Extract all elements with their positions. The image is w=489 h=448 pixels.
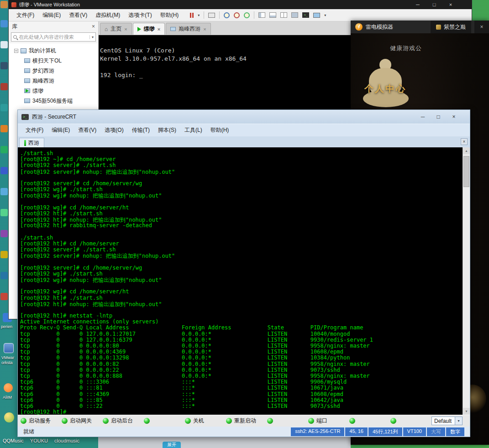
terminal-line: [root@192 server]# ./start.sh <box>20 246 463 252</box>
terminal-line: Active Internet connections (only server… <box>20 318 463 324</box>
ldplayer-titlebar[interactable]: 雷电模拟器 紫禁之巅 × <box>351 21 489 33</box>
session-command-button[interactable] <box>267 418 308 424</box>
monitor-dropdown-icon[interactable]: ▾ <box>324 13 326 17</box>
session-command-button[interactable]: 关机 <box>185 417 226 425</box>
terminal-line: tcp 0 0 127.0.0.1:6379 0.0.0.0:* LISTEN … <box>20 337 463 343</box>
ldplayer-instance-tab[interactable]: 紫禁之巅 <box>431 21 471 33</box>
menu-item[interactable]: 文件(F) <box>12 9 38 21</box>
desktop-shortcut-icon[interactable] <box>0 83 8 90</box>
menu-item[interactable]: 查看(V) <box>74 126 100 134</box>
suspend-vm-button[interactable] <box>190 13 194 18</box>
scroll-down-button[interactable]: ▼ <box>463 408 470 415</box>
show-library-button[interactable] <box>258 12 265 18</box>
library-search-box[interactable]: 在此处键入内容进行搜索 ▾ <box>11 32 96 42</box>
terminal-scrollbar[interactable]: ▲ ▼ <box>463 147 470 415</box>
desktop-shortcut-icon[interactable] <box>0 293 8 300</box>
minimize-button[interactable]: ─ <box>410 0 426 9</box>
maximize-button[interactable]: □ <box>431 110 446 124</box>
send-ctrl-alt-del-button[interactable] <box>208 13 215 18</box>
menu-item[interactable]: 虚拟机(M) <box>91 9 124 21</box>
tree-expander-icon[interactable] <box>14 49 18 53</box>
desktop-shortcut-icon[interactable] <box>0 167 8 174</box>
show-thumbnail-bar-button[interactable] <box>269 12 276 18</box>
session-command-button[interactable] <box>390 418 431 424</box>
session-command-button[interactable] <box>144 418 185 424</box>
menu-item[interactable]: 选项(O) <box>100 126 127 134</box>
fullscreen-button[interactable] <box>291 12 298 18</box>
take-snapshot-button[interactable] <box>224 12 230 18</box>
menu-item[interactable]: 查看(V) <box>65 9 91 21</box>
desktop-shortcut-icon[interactable] <box>0 230 8 237</box>
manage-snapshots-button[interactable] <box>244 12 250 18</box>
vm-tree-item[interactable]: 梦幻西游 <box>9 66 98 76</box>
securecrt-titlebar[interactable]: >_ 西游 - SecureCRT ─ □ × <box>18 110 470 124</box>
session-command-button[interactable]: 启动后台 <box>103 417 144 425</box>
tab-close-icon[interactable]: × <box>203 26 206 32</box>
desktop-shortcut-icon[interactable] <box>0 20 8 27</box>
vmware-titlebar[interactable]: 缥缈 - VMware Workstation ─ □ × <box>9 0 472 9</box>
menu-item[interactable]: 选项卡(T) <box>124 9 156 21</box>
menu-item[interactable]: 传输(T) <box>128 126 154 134</box>
terminal-screen[interactable]: ./start.sh[root@192 ~]# cd /home/server[… <box>18 147 463 415</box>
tab-close-icon[interactable]: × <box>124 26 127 32</box>
menu-item[interactable]: 文件(F) <box>21 126 47 134</box>
close-button[interactable]: × <box>446 110 462 124</box>
power-dropdown-icon[interactable]: ▾ <box>198 13 200 17</box>
button-bar-profile-dropdown[interactable]: Default ▾ <box>431 417 463 425</box>
menu-item[interactable]: 编辑(E) <box>38 9 65 21</box>
tab-piaomiao-vm[interactable]: 缥缈 × <box>133 23 165 35</box>
green-led-icon <box>185 418 191 424</box>
desktop-shortcut-icon[interactable] <box>0 41 8 48</box>
monitor-layout-button[interactable] <box>313 13 320 18</box>
vm-tree-item[interactable]: 345新506服务端 <box>9 96 98 106</box>
profile-dropdown-value: Default <box>432 418 455 424</box>
revert-snapshot-button[interactable] <box>234 12 240 18</box>
minimize-button[interactable]: ─ <box>415 110 431 124</box>
close-button[interactable]: × <box>442 0 459 9</box>
desktop-shortcut-icon[interactable] <box>0 251 8 258</box>
session-command-button[interactable]: 启动服务 <box>21 417 62 425</box>
desktop-shortcut-icon[interactable] <box>0 62 8 69</box>
tree-root-my-computer[interactable]: 我的计算机 <box>9 46 98 56</box>
session-command-button[interactable]: 端口 <box>308 417 349 425</box>
desktop-expand-button[interactable]: 展开 <box>163 442 181 448</box>
maximize-button[interactable]: □ <box>426 0 442 9</box>
scroll-up-button[interactable]: ▲ <box>463 147 470 154</box>
desktop-shortcut-icon[interactable] <box>0 188 8 195</box>
desktop-shortcut-label[interactable]: QQMusic <box>3 438 24 443</box>
console-view-button[interactable] <box>280 12 287 18</box>
menu-item[interactable]: 脚本(S) <box>154 126 180 134</box>
session-tab[interactable]: 西游 <box>19 138 44 147</box>
scrollbar-thumb[interactable] <box>463 156 469 187</box>
tab-close-icon[interactable]: × <box>158 26 160 32</box>
desktop-shortcut-icon[interactable] <box>0 125 8 132</box>
tab-home[interactable]: ⌂ 主页 × <box>100 23 132 35</box>
desktop-shortcut-icon[interactable] <box>0 272 8 279</box>
desktop-shortcut-icon[interactable] <box>0 104 8 111</box>
desktop-shortcut-icon[interactable] <box>0 146 8 153</box>
vm-tree-item[interactable]: 缥缈 <box>9 86 98 96</box>
desktop-shortcut-icon[interactable] <box>0 209 8 216</box>
terminal-line: [root@192 server]# nohup: 把输出追加到"nohup.o… <box>20 252 463 258</box>
vm-tree-item[interactable]: 横扫天下OL <box>9 56 98 66</box>
menu-item[interactable]: 编辑(E) <box>47 126 74 134</box>
session-command-button[interactable]: 重新启动 <box>226 417 267 425</box>
session-command-button[interactable] <box>349 418 390 424</box>
desktop-shortcut-label[interactable]: cloudmusic <box>54 438 79 443</box>
session-command-button[interactable]: 启动网关 <box>62 417 103 425</box>
menu-item[interactable]: 工具(L) <box>180 126 206 134</box>
tab-dianfengxiyou-vm[interactable]: 巅峰西游 × <box>166 23 210 35</box>
menu-item[interactable]: 帮助(H) <box>156 9 183 21</box>
tab-bar-close-button[interactable]: × <box>461 138 468 145</box>
menu-item[interactable]: 帮助(H) <box>206 126 233 134</box>
desktop-shortcut-icon[interactable] <box>0 1 8 8</box>
library-close-icon[interactable]: × <box>92 23 95 30</box>
ldplayer-close-button[interactable]: × <box>474 21 489 33</box>
vmware-shortcut-icon[interactable] <box>4 343 14 353</box>
qqmusic-shortcut-icon[interactable] <box>4 412 14 422</box>
console-button[interactable]: >_ <box>302 12 309 18</box>
aliim-shortcut-icon[interactable] <box>4 383 13 392</box>
vm-tree-item[interactable]: 巅峰西游 <box>9 76 98 86</box>
search-dropdown-icon[interactable]: ▾ <box>89 35 94 39</box>
desktop-shortcut-label[interactable]: YOUKU <box>30 438 48 443</box>
